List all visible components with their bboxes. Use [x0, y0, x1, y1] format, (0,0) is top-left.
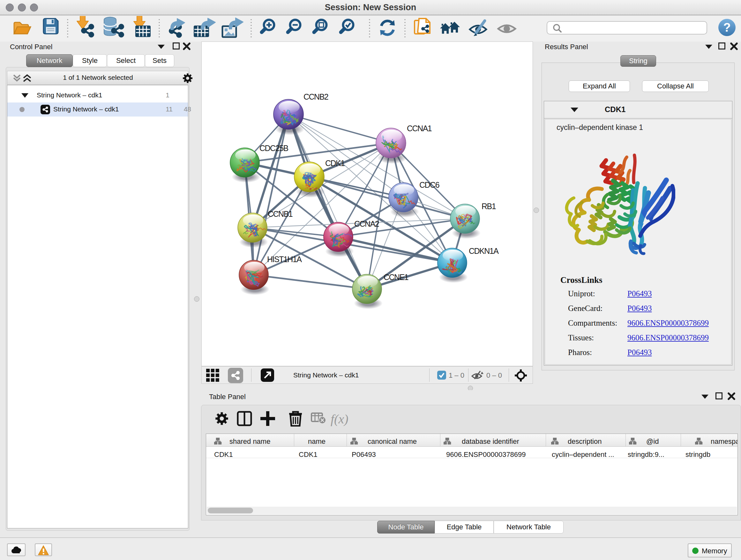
svg-text:RB1: RB1 [482, 202, 496, 211]
svg-text:CDKN1A: CDKN1A [469, 246, 499, 255]
svg-text:HIST1H1A: HIST1H1A [267, 255, 302, 264]
svg-text:CCNB1: CCNB1 [268, 209, 293, 219]
svg-text:CDC25B: CDC25B [259, 144, 288, 152]
svg-text:?: ? [723, 21, 731, 34]
svg-text:CCNA1: CCNA1 [407, 124, 432, 133]
svg-text:CCNB2: CCNB2 [304, 92, 328, 101]
svg-text:CCNA2: CCNA2 [354, 219, 379, 228]
svg-text:f(x): f(x) [331, 412, 348, 426]
svg-text:CDC6: CDC6 [419, 180, 440, 189]
svg-text:CCNE1: CCNE1 [384, 273, 408, 282]
svg-text:CDK1: CDK1 [325, 159, 345, 168]
